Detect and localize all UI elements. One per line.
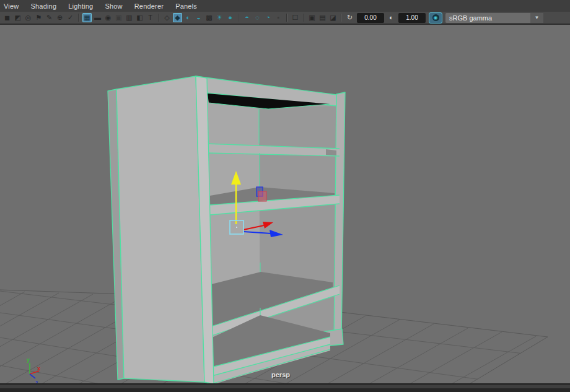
safe-title-icon[interactable]: T — [146, 13, 155, 22]
pivot-tool-icon[interactable]: ⊕ — [55, 13, 64, 22]
view-transform-icon: ◉ — [432, 14, 439, 21]
multisample-icon[interactable]: ▪ — [274, 13, 283, 22]
grid-toggle-icon[interactable]: ▦ — [82, 13, 92, 22]
viewport-3d[interactable]: y x z — [0, 0, 570, 392]
smooth-shade-icon[interactable]: ◒ — [194, 13, 203, 22]
plane-handle-red[interactable] — [258, 191, 266, 201]
menu-item-show[interactable]: Show — [105, 2, 122, 10]
wireframe-on-shaded-icon[interactable]: ◐ — [183, 13, 193, 22]
resolution-gate-icon[interactable]: ◉ — [103, 13, 113, 22]
exposure-field[interactable] — [357, 13, 384, 23]
camera-icon[interactable]: ◼ — [2, 13, 12, 22]
textured-mode-icon[interactable]: ▩ — [204, 13, 214, 22]
toolbar-separator — [78, 14, 79, 22]
view-transform-dropdown[interactable]: sRGB gamma ▼ — [445, 13, 543, 23]
toolbar-separator — [286, 14, 287, 22]
camera-lock-icon[interactable]: ◩ — [13, 13, 22, 22]
menu-item-view[interactable]: View — [4, 2, 19, 10]
menu-item-shading[interactable]: Shading — [30, 2, 56, 10]
image-plane-icon[interactable]: ◪ — [328, 13, 338, 22]
gamma-icon[interactable]: ◐ — [387, 13, 396, 22]
toolbar-separator — [238, 14, 239, 22]
paste-view-icon[interactable]: ▤ — [318, 13, 327, 22]
bookshelf-model[interactable] — [108, 76, 345, 385]
wireframe-mode-icon[interactable]: ◇ — [162, 13, 172, 22]
safe-action-icon[interactable]: ◧ — [135, 13, 144, 22]
field-chart-icon[interactable]: ▥ — [125, 13, 134, 22]
motion-blur-icon[interactable]: ◌ — [253, 13, 262, 22]
toolbar-separator — [303, 14, 304, 22]
menu-bar: ViewShadingLightingShowRendererPanels — [0, 0, 570, 12]
toolbar-separator — [341, 14, 342, 22]
toolbar-icon-strip: ◼◩◎⚑✎⊕✓▦▬◉▣▥◧T◇◆◐◒▩☀●◓◌◔▪☐▣▤◪ — [2, 13, 344, 22]
manipulator-center-dot — [236, 227, 237, 228]
camera-orbit-icon[interactable]: ◎ — [24, 13, 33, 22]
sculpt-tool-icon[interactable]: ✓ — [66, 13, 75, 22]
camera-label: persp — [247, 371, 315, 378]
gate-mask-icon[interactable]: ▣ — [114, 13, 123, 22]
menu-item-lighting[interactable]: Lighting — [68, 2, 93, 10]
copy-view-icon[interactable]: ▣ — [307, 13, 317, 22]
exposure-icon[interactable]: ↻ — [345, 13, 354, 22]
toolbar-separator — [158, 14, 159, 22]
shaded-mode-icon[interactable]: ◆ — [173, 13, 182, 22]
bottom-panel-edge — [0, 383, 570, 392]
use-lights-icon[interactable]: ☀ — [215, 13, 224, 22]
isolate-select-icon[interactable]: ☐ — [291, 13, 300, 22]
renderer-icon[interactable]: ◔ — [263, 13, 273, 22]
film-gate-icon[interactable]: ▬ — [93, 13, 102, 22]
menu-item-renderer[interactable]: Renderer — [134, 2, 164, 10]
shadows-icon[interactable]: ● — [226, 13, 235, 22]
shelf-left-panel — [116, 76, 204, 382]
axis-label-y: y — [27, 357, 30, 363]
view-transform-value: sRGB gamma — [445, 14, 492, 22]
paint-effects-icon[interactable]: ✎ — [45, 13, 54, 22]
dropdown-arrow-icon[interactable]: ▼ — [530, 13, 543, 23]
menu-item-panels[interactable]: Panels — [175, 2, 197, 10]
axis-label-x: x — [37, 365, 40, 372]
panel-toolbar: ◼◩◎⚑✎⊕✓▦▬◉▣▥◧T◇◆◐◒▩☀●◓◌◔▪☐▣▤◪ ↻ ◐ ◉ sRGB… — [0, 12, 570, 25]
view-transform-toggle[interactable]: ◉ — [429, 12, 442, 24]
gamma-field[interactable] — [398, 13, 426, 23]
bookmark-icon[interactable]: ⚑ — [34, 13, 43, 22]
ambient-occlusion-icon[interactable]: ◓ — [242, 13, 252, 22]
